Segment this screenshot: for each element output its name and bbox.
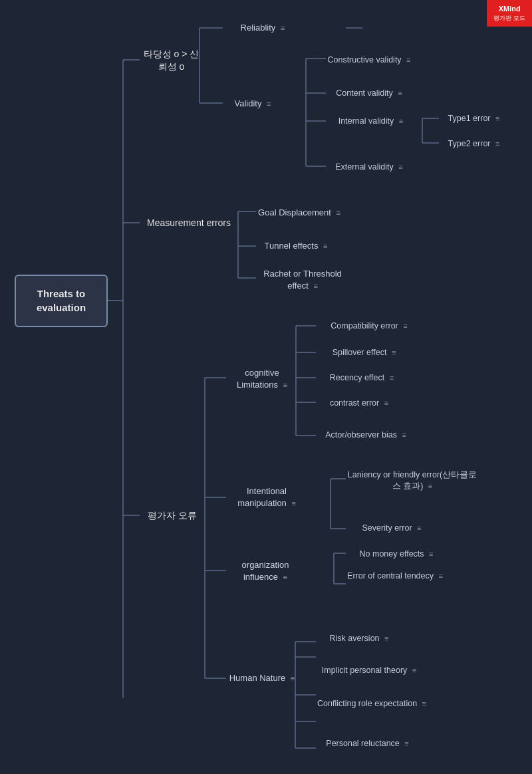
mind-map: XMind 평가판 모드 [0,0,532,774]
node-타당성-label: 타당성 o > 신뢰성 o [140,48,203,73]
node-risk-aversion: Risk aversion ≡ [316,633,402,644]
node-severity-error: Severity error ≡ [346,519,438,537]
node-reliablity-label: Reliablity ≡ [241,22,285,34]
node-conflicting-role-expectation: Conflicting role expectation ≡ [316,692,428,715]
node-personal-reluctance: Personal reluctance ≡ [316,731,419,755]
node-organization-influence: organization influence ≡ [226,557,305,585]
node-평가자오류: 평가자 오류 [140,500,205,531]
measurement-label: Measurement errors [147,217,231,229]
node-reliablity: Reliablity ≡ [223,19,303,37]
node-constructive-validity: Constructive validity ≡ [326,48,412,72]
root-node: Threats to evaluation [15,275,108,327]
node-content-validity: Content validity ≡ [326,84,412,102]
node-compatibility-error: Compatibility error ≡ [316,317,422,335]
node-spillover-effect: Spillover effect ≡ [316,343,412,362]
node-tunnel-effects: Tunnel effects ≡ [256,237,336,255]
node-type2-error: Type2 error ≡ [439,134,509,153]
xmind-badge: XMind 평가판 모드 [487,0,532,27]
node-goal-displacement: Goal Displacement ≡ [256,201,342,225]
node-measurement-errors: Measurement errors [140,204,238,241]
node-rachet-threshold: Rachet or Threshold effect ≡ [256,268,349,292]
node-no-money-effects: No money effects ≡ [346,545,447,563]
node-recency-effect: Recency effect ≡ [316,368,408,387]
node-intentional-manipulation: Intentional manipulation ≡ [226,485,307,509]
node-actor-observer-bias: Actor/observer bias ≡ [316,422,416,448]
badge-subtitle: 평가판 모드 [493,14,525,23]
node-validity: Validity ≡ [223,94,283,113]
node-contrast-error: contrast error ≡ [316,394,402,412]
node-internal-validity: Internal validity ≡ [326,112,416,130]
node-타당성: 타당성 o > 신뢰성 o [140,43,203,78]
root-label: Threats to evaluation [25,287,97,315]
node-type1-error: Type1 error ≡ [439,109,509,128]
node-human-nature: Human Nature ≡ [226,668,298,688]
node-cognitive-limitations: cognitive Limitations ≡ [226,367,298,391]
node-validity-label: Validity ≡ [235,98,271,110]
node-error-central-tendecy: Error of central tendecy ≡ [346,571,444,582]
node-implicit-personal-theory: Implicit personal theory ≡ [316,658,422,682]
node-laniency-error: Laniency or friendly error(산타클로스 효과) ≡ [346,463,479,498]
badge-title: XMind [493,4,525,14]
node-external-validity: External validity ≡ [326,158,412,176]
